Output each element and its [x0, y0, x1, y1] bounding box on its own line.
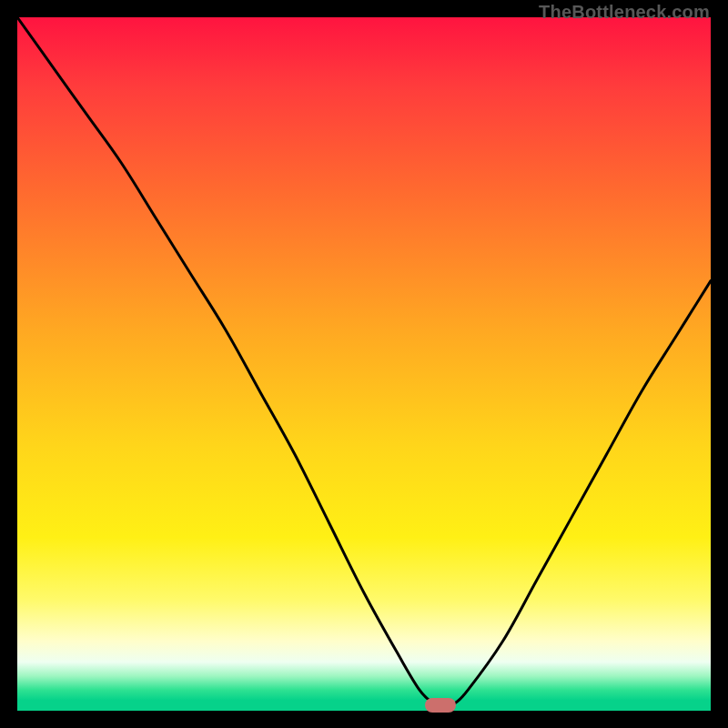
chart-plot-area [17, 17, 711, 711]
chart-frame: TheBottleneck.com [0, 0, 728, 728]
optimal-point-marker [425, 698, 456, 713]
attribution-text: TheBottleneck.com [539, 2, 710, 23]
bottleneck-curve [17, 17, 711, 711]
